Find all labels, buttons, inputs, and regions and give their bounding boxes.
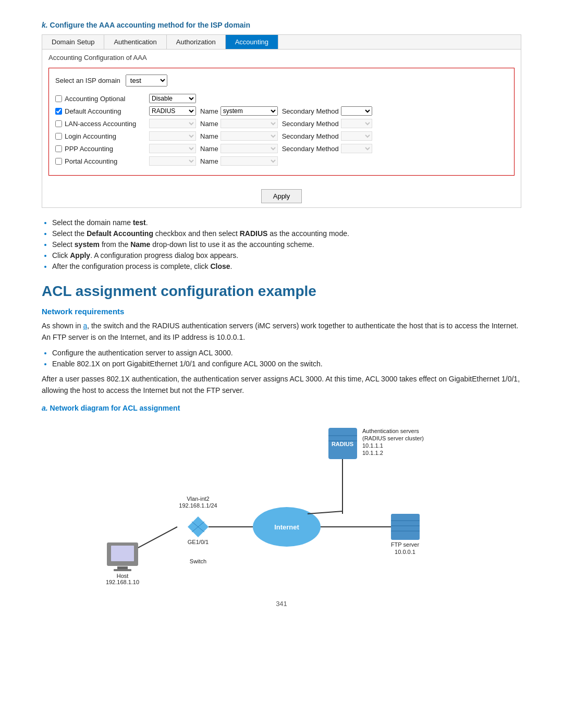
auth-ip1-text: 10.1.1.1 [362, 442, 383, 449]
name-label-ppp: Name [200, 145, 218, 153]
ppp-accounting-secondary[interactable] [341, 144, 372, 153]
portal-accounting-label: Portal Accounting [65, 157, 117, 165]
tab-accounting[interactable]: Accounting [226, 35, 278, 49]
network-req-para2: After a user passes 802.1X authenticatio… [42, 373, 521, 397]
host-label: Host [117, 573, 129, 579]
secondary-method-label-lan: Secondary Method [282, 120, 339, 128]
name-label-default: Name [200, 107, 218, 115]
tab-authorization[interactable]: Authorization [167, 35, 226, 49]
bullet-acl-2: Enable 802.1X on port GigabitEthernet 1/… [52, 360, 521, 368]
login-accounting-method[interactable] [149, 131, 196, 141]
ppp-accounting-name[interactable] [221, 144, 278, 153]
accounting-row-optional: Accounting Optional Disable [55, 94, 508, 103]
network-requirements-heading: Network requirements [42, 307, 521, 316]
default-accounting-label: Default Accounting [65, 107, 121, 115]
line-auth-to-internet [308, 511, 342, 514]
name-label-portal: Name [200, 157, 218, 165]
default-accounting-checkbox[interactable] [55, 108, 62, 115]
login-accounting-name[interactable] [221, 131, 278, 141]
section-k-bullets: Select the domain name test. Select the … [52, 218, 521, 270]
apply-button[interactable]: Apply [261, 189, 302, 203]
section-k-title: Configure the AAA accounting method for … [50, 21, 251, 29]
bullet-k-5: After the configuration process is compl… [52, 262, 521, 270]
radius-label: RADIUS [332, 441, 353, 447]
ppp-accounting-method[interactable] [149, 144, 196, 153]
auth-ip2-text: 10.1.1.2 [362, 450, 383, 456]
lan-accounting-label: LAN-access Accounting [65, 120, 136, 128]
secondary-method-label-default: Secondary Method [282, 107, 339, 115]
aaa-tabs: Domain Setup Authentication Authorizatio… [42, 35, 521, 50]
internet-label: Internet [274, 523, 299, 531]
network-diagram: RADIUS Authentication servers (RADIUS se… [42, 417, 521, 584]
default-accounting-method[interactable]: RADIUS [149, 106, 196, 116]
bullet-k-1: Select the domain name test. [52, 218, 521, 227]
login-accounting-checkbox[interactable] [55, 133, 62, 140]
diagram-heading-title: Network diagram for ACL assignment [50, 404, 180, 412]
ge-label: GE1/0/1 [188, 539, 209, 545]
tab-authentication[interactable]: Authentication [104, 35, 166, 49]
accounting-row-default: Default Accounting RADIUS Name system Se… [55, 106, 508, 116]
accounting-row-ppp: PPP Accounting Name Secondary Method [55, 144, 508, 153]
login-accounting-label: Login Accounting [65, 132, 116, 140]
network-req-bullets: Configure the authentication server to a… [52, 349, 521, 368]
portal-accounting-checkbox[interactable] [55, 158, 62, 165]
lan-accounting-method[interactable] [149, 119, 196, 128]
ftp-server-label: FTP server [391, 541, 420, 548]
bullet-k-3: Select system from the Name drop-down li… [52, 240, 521, 249]
aaa-config-label: Accounting Configuration of AAA [42, 50, 521, 64]
page-number: 341 [42, 600, 521, 608]
accounting-row-lan: LAN-access Accounting Name Secondary Met… [55, 119, 508, 128]
bullet-acl-1: Configure the authentication server to a… [52, 349, 521, 357]
network-req-intro: As shown in a, the switch and the RADIUS… [42, 320, 521, 343]
host-screen [111, 546, 134, 561]
secondary-method-label-login: Secondary Method [282, 132, 339, 140]
bullet-k-4: Click Apply. A configuration progress di… [52, 251, 521, 260]
accounting-optional-method[interactable]: Disable [149, 94, 196, 103]
auth-server-text: Authentication servers [362, 428, 419, 434]
section-k-letter: k. [42, 21, 48, 29]
bullet-k-2: Select the Default Accounting checkbox a… [52, 229, 521, 238]
isp-domain-label: Select an ISP domain [55, 77, 120, 84]
portal-accounting-name[interactable] [221, 156, 278, 166]
network-ref-link[interactable]: a [83, 322, 87, 330]
secondary-method-label-ppp: Secondary Method [282, 145, 339, 153]
lan-accounting-secondary[interactable] [341, 119, 372, 128]
diagram-heading-letter: a. [42, 404, 48, 412]
accounting-optional-checkbox[interactable] [55, 95, 62, 102]
accounting-row-portal: Portal Accounting Name [55, 156, 508, 166]
tab-domain-setup[interactable]: Domain Setup [42, 35, 104, 49]
vlan-label: Vlan-int2 [187, 496, 209, 502]
lan-accounting-checkbox[interactable] [55, 120, 62, 127]
auth-server-sub: (RADIUS server cluster) [362, 435, 424, 441]
diagram-svg: RADIUS Authentication servers (RADIUS se… [78, 417, 485, 584]
switch-label: Switch [190, 558, 206, 564]
isp-domain-row: Select an ISP domain test [55, 75, 508, 87]
apply-row: Apply [42, 182, 521, 207]
default-accounting-secondary[interactable] [341, 106, 372, 116]
portal-accounting-method[interactable] [149, 156, 196, 166]
aaa-config-box: Domain Setup Authentication Authorizatio… [42, 34, 521, 208]
ftp-ip-text: 10.0.0.1 [395, 549, 415, 555]
accounting-row-login: Login Accounting Name Secondary Method [55, 131, 508, 141]
host-base [117, 566, 128, 569]
vlan-ip-text: 192.168.1.1/24 [179, 502, 217, 509]
ppp-accounting-checkbox[interactable] [55, 145, 62, 152]
name-label-login: Name [200, 132, 218, 140]
login-accounting-secondary[interactable] [341, 131, 372, 141]
section-k-heading: k. Configure the AAA accounting method f… [42, 21, 521, 29]
name-label-lan: Name [200, 120, 218, 128]
acl-main-heading: ACL assignment configuration example [42, 283, 521, 300]
diagram-heading: a. Network diagram for ACL assignment [42, 404, 521, 412]
default-accounting-name[interactable]: system [221, 106, 278, 116]
isp-domain-select[interactable]: test [126, 75, 167, 87]
lan-accounting-name[interactable] [221, 119, 278, 128]
aaa-inner-box: Select an ISP domain test Accounting Opt… [48, 68, 515, 176]
accounting-optional-label: Accounting Optional [65, 95, 125, 103]
host-stand [114, 569, 131, 571]
ppp-accounting-label: PPP Accounting [65, 145, 113, 153]
host-ip-text: 192.168.1.10 [106, 579, 139, 584]
ftp-server-icon [391, 514, 420, 540]
